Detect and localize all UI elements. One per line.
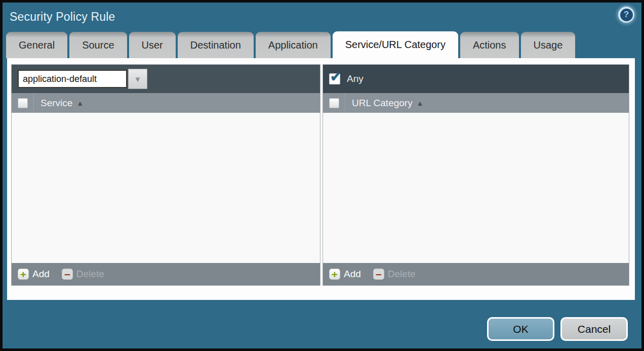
add-button-label: Add [32,269,50,280]
minus-icon: − [62,269,73,280]
tab-user[interactable]: User [129,32,176,58]
service-toolbar: ▼ [12,65,320,93]
service-footer: + Add − Delete [12,263,320,285]
url-category-footer: + Add − Delete [323,263,629,285]
minus-icon: − [373,269,384,280]
service-table-header: Service ▲ [12,93,320,113]
url-category-add-button[interactable]: + Add [329,269,361,280]
plus-icon: + [329,269,340,280]
ok-button[interactable]: OK [487,317,554,341]
url-category-list-body[interactable] [323,113,629,263]
tab-bar: General Source User Destination Applicat… [6,31,638,58]
add-button-label: Add [344,269,361,280]
service-column-header[interactable]: Service [41,98,72,109]
cancel-button[interactable]: Cancel [560,317,628,341]
service-delete-button[interactable]: − Delete [62,269,104,280]
delete-button-label: Delete [76,269,104,280]
plus-icon: + [18,269,29,280]
url-category-panel: ✔ Any URL Category ▲ + Add [323,64,629,286]
question-mark-icon: ? [620,9,633,21]
any-checkbox[interactable]: ✔ [329,73,340,84]
tab-source[interactable]: Source [69,32,127,58]
tab-general[interactable]: General [6,32,67,58]
security-policy-rule-dialog: Security Policy Rule ? General Source Us… [3,3,641,348]
tab-actions[interactable]: Actions [460,32,519,58]
url-category-toolbar: ✔ Any [323,65,629,93]
service-select-all-checkbox[interactable] [18,98,28,108]
any-checkbox-label: Any [347,73,364,84]
title-bar: Security Policy Rule ? [3,3,641,31]
service-type-dropdown-button[interactable]: ▼ [128,69,147,89]
service-panel: ▼ Service ▲ + Add − [11,64,320,286]
help-icon[interactable]: ? [618,7,634,23]
dialog-action-buttons: OK Cancel [487,317,628,341]
service-type-combobox: ▼ [18,69,147,89]
screenshot-root: Security Policy Rule ? General Source Us… [0,0,644,351]
tab-application[interactable]: Application [256,32,331,58]
tab-usage[interactable]: Usage [521,32,576,58]
tab-content: ▼ Service ▲ + Add − [7,58,635,300]
sort-ascending-icon[interactable]: ▲ [76,99,84,107]
chevron-down-icon: ▼ [134,75,142,83]
checkmark-icon: ✔ [330,69,341,85]
delete-button-label: Delete [388,269,416,280]
url-category-table-header: URL Category ▲ [323,93,629,113]
sort-ascending-icon[interactable]: ▲ [417,99,424,107]
column-divider [33,93,34,113]
tab-service-url-category[interactable]: Service/URL Category [333,31,458,58]
url-category-select-all-checkbox[interactable] [329,98,339,108]
service-add-button[interactable]: + Add [18,269,50,280]
url-category-delete-button[interactable]: − Delete [373,269,416,280]
url-category-column-header[interactable]: URL Category [352,98,413,109]
column-divider [345,93,345,113]
dialog-title: Security Policy Rule [10,10,115,24]
tab-destination[interactable]: Destination [178,32,254,58]
service-list-body[interactable] [12,113,320,263]
service-type-input[interactable] [18,70,127,88]
